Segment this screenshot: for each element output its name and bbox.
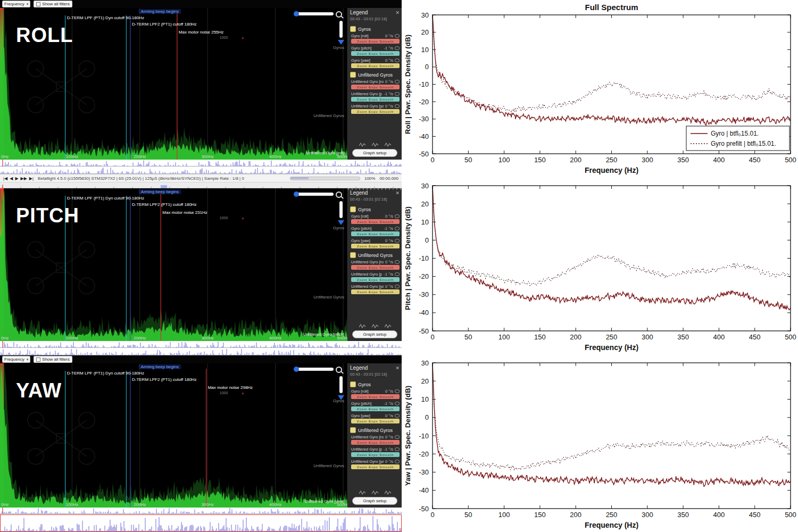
curve-tool-icon[interactable] (359, 490, 366, 495)
eye-icon[interactable] (395, 46, 400, 50)
legend-item-colorbar[interactable]: Zoom Expo Smooth (351, 244, 400, 248)
legend-item-colorbar[interactable]: Zoom Expo Smooth (351, 85, 400, 89)
legend-item-colorbar[interactable]: Zoom Expo Smooth (351, 464, 400, 469)
group-checkbox-icon[interactable] (350, 72, 356, 78)
curve-tool-icon[interactable] (359, 142, 366, 147)
close-icon[interactable]: ✕ (395, 190, 400, 196)
eye-icon[interactable] (395, 447, 400, 451)
graph-setup-button[interactable]: Graph setup (352, 149, 397, 157)
legend-item-colorbar[interactable]: Zoom Expo Smooth (351, 109, 400, 114)
legend-item-colorbar[interactable]: Zoom Expo Smooth (351, 419, 400, 423)
graph-setup-button[interactable]: Graph setup (352, 330, 397, 338)
scrub-strip[interactable] (0, 508, 402, 514)
spectrum-roll[interactable]: ROLL Arming beep begins D-TERM LPF (PT1)… (0, 8, 347, 160)
vertical-zoom-slider[interactable] (339, 201, 343, 218)
legend-item-colorbar[interactable]: Zoom Expo Smooth (351, 39, 400, 44)
group-checkbox-icon[interactable] (350, 252, 356, 258)
time-ruler[interactable] (0, 182, 402, 188)
show-all-filters-checkbox[interactable]: Show all filters (34, 356, 72, 363)
legend-item: Gyro [yaw]0 °/sZoom Expo Smooth (351, 413, 400, 423)
annotation-dterm-lpf: D-TERM LPF (PT1) Dyn cutoff 90-180Hz (67, 371, 144, 376)
zoom-slider[interactable] (295, 368, 334, 371)
graph-setup-button[interactable]: Graph setup (352, 497, 397, 505)
curve-tool-icon[interactable] (384, 490, 392, 495)
cursor-readout: 1000 (220, 391, 228, 395)
curve-tool-icon[interactable] (359, 323, 366, 329)
curve-tool-icon[interactable] (371, 142, 379, 147)
x-tick-label: 0 (430, 156, 434, 164)
graph-mode-select[interactable]: Frequency ▾ (2, 1, 30, 7)
legend-item-colorbar[interactable]: Zoom Expo Smooth (351, 231, 400, 236)
scrub-strip[interactable] (0, 348, 402, 355)
curve-tool-icon[interactable] (384, 142, 392, 147)
psd-plot: 0501001502002503003504004505003020100-10… (402, 354, 798, 532)
close-icon[interactable]: ✕ (395, 10, 400, 15)
scrub-strip[interactable] (0, 167, 402, 174)
legend-item-colorbar[interactable]: Zoom Expo Smooth (351, 277, 400, 282)
curve-tool-icon[interactable] (371, 490, 379, 495)
show-all-filters-checkbox[interactable]: Show all filters (34, 1, 72, 7)
legend-item-colorbar[interactable]: Zoom Expo Smooth (351, 452, 400, 457)
legend-item-colorbar[interactable]: Zoom Expo Smooth (351, 97, 400, 102)
eye-icon[interactable] (395, 414, 400, 418)
jump-end-button[interactable]: ▶| (29, 176, 34, 181)
zoom-slider[interactable] (295, 12, 334, 15)
timeline-slider-thumb[interactable] (290, 177, 309, 179)
legend-item-value: -1 °/s (384, 46, 393, 51)
jump-start-button[interactable]: |◀ (3, 176, 7, 181)
legend-item-colorbar[interactable]: Zoom Expo Smooth (351, 265, 400, 270)
trace-label-unfiltered-gyros: Unfiltered Gyros (313, 113, 344, 118)
eye-icon[interactable] (395, 239, 400, 243)
play-button[interactable]: ▶ (15, 176, 18, 181)
eye-icon[interactable] (395, 104, 400, 108)
eye-icon[interactable] (395, 59, 400, 62)
spectrum-yaw[interactable]: YAW Arming beep begins D-TERM LPF (PT1) … (0, 363, 347, 508)
eye-icon[interactable] (395, 260, 400, 264)
legend-item-colorbar[interactable]: Zoom Expo Smooth (351, 406, 400, 411)
legend-item-colorbar[interactable]: Zoom Expo Smooth (351, 394, 400, 399)
fast-forward-button[interactable]: ▶▶ (21, 176, 27, 181)
scrub-strip[interactable] (0, 160, 402, 167)
scrub-strip-selected[interactable] (0, 514, 402, 532)
group-checkbox-icon[interactable] (350, 381, 356, 387)
legend-item-label: Unfiltered Gyro [pitch] (351, 92, 382, 96)
zoom-slider-handle[interactable] (294, 11, 299, 16)
annotation-dterm-lpf: D-TERM LPF (PT1) Dyn cutoff 90-180Hz (67, 196, 144, 201)
legend-item-colorbar[interactable]: Zoom Expo Smooth (351, 440, 400, 445)
eye-icon[interactable] (395, 285, 400, 288)
zoom-slider-handle[interactable] (294, 367, 299, 372)
legend-item-colorbar[interactable]: Zoom Expo Smooth (351, 219, 400, 224)
curve-tool-icon[interactable] (384, 323, 392, 329)
eye-icon[interactable] (395, 227, 400, 230)
group-checkbox-icon[interactable] (350, 427, 356, 433)
vertical-zoom-slider[interactable] (339, 21, 343, 38)
close-icon[interactable]: ✕ (395, 365, 400, 371)
eye-icon[interactable] (395, 435, 400, 439)
curve-tool-icon[interactable] (371, 323, 379, 329)
spectrum-pitch[interactable]: PITCH Arming beep begins D-TERM LPF (PT1… (0, 188, 347, 341)
step-back-button[interactable]: ◀ (10, 176, 13, 181)
timeline-slider[interactable] (290, 177, 360, 180)
zoom-slider[interactable] (295, 193, 334, 196)
legend-item-colorbar[interactable]: Zoom Expo Smooth (351, 51, 400, 56)
scrub-strip[interactable] (0, 341, 402, 348)
eye-icon[interactable] (395, 80, 400, 84)
legend-item-colorbar[interactable]: Zoom Expo Smooth (351, 289, 400, 294)
eye-icon[interactable] (395, 34, 400, 38)
toolbar-roll: Frequency ▾ Show all filters (0, 0, 402, 8)
eye-icon[interactable] (395, 272, 400, 276)
eye-icon[interactable] (395, 460, 400, 463)
zoom-slider-handle[interactable] (294, 192, 299, 197)
group-checkbox-icon[interactable] (350, 26, 356, 32)
eye-icon[interactable] (395, 389, 400, 393)
eye-icon[interactable] (395, 214, 400, 218)
eye-icon[interactable] (395, 92, 400, 96)
y-tick-label: -50 (419, 327, 429, 335)
trace-label-gyros: Gyros (333, 45, 344, 50)
graph-mode-select[interactable]: Frequency ▾ (2, 356, 30, 363)
group-checkbox-icon[interactable] (350, 206, 356, 212)
legend-item-value: 0 °/s (385, 459, 393, 464)
vertical-zoom-slider[interactable] (339, 376, 343, 393)
legend-item-colorbar[interactable]: Zoom Expo Smooth (351, 63, 400, 68)
eye-icon[interactable] (395, 402, 400, 405)
